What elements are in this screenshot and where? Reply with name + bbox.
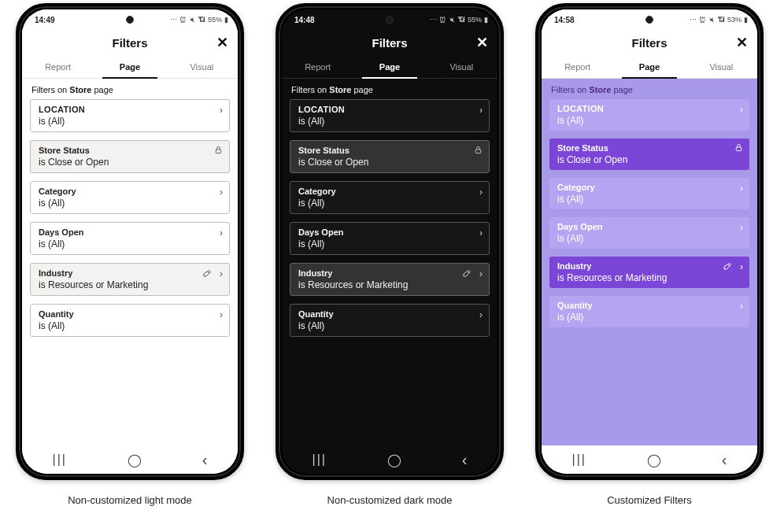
nav-recent-icon[interactable]: ||| bbox=[571, 453, 586, 467]
section-bold: Store bbox=[589, 85, 611, 94]
filter-card-icons bbox=[734, 143, 743, 152]
eraser-icon[interactable] bbox=[202, 269, 212, 279]
filter-card-icons: › bbox=[479, 187, 483, 198]
filter-card[interactable]: Quantityis (All)› bbox=[290, 304, 490, 337]
filter-card[interactable]: Days Openis (All)› bbox=[290, 222, 490, 255]
wifi-icon: 📶︎ bbox=[718, 16, 725, 24]
content: Filters on Store pageLOCATIONis (All)›St… bbox=[22, 79, 238, 445]
nav-recent-icon[interactable]: ||| bbox=[312, 453, 326, 467]
filter-tabs: ReportPageVisual bbox=[542, 55, 757, 79]
nav-home-icon[interactable]: ◯ bbox=[128, 453, 142, 467]
filter-card[interactable]: Categoryis (All)› bbox=[290, 181, 490, 214]
chevron-right-icon: › bbox=[740, 183, 743, 194]
status-time: 14:49 bbox=[35, 16, 55, 24]
filter-card[interactable]: LOCATIONis (All)› bbox=[30, 99, 230, 132]
nav-home-icon[interactable]: ◯ bbox=[387, 453, 401, 467]
tab-page[interactable]: Page bbox=[353, 55, 425, 78]
android-navbar: |||◯‹ bbox=[542, 445, 757, 474]
tab-page[interactable]: Page bbox=[613, 55, 685, 78]
mute-icon: 🔇︎ bbox=[449, 16, 456, 24]
mute-icon: 🔇︎ bbox=[189, 16, 196, 24]
filter-card[interactable]: Store Statusis Close or Open bbox=[30, 140, 230, 173]
filter-tabs: ReportPageVisual bbox=[282, 55, 497, 79]
nav-home-icon[interactable]: ◯ bbox=[647, 453, 661, 467]
filter-card-value: is Close or Open bbox=[298, 157, 483, 168]
filter-card-title: Store Status bbox=[298, 146, 483, 155]
filter-card-value: is (All) bbox=[39, 320, 223, 331]
section-suffix: page bbox=[611, 85, 633, 94]
section-label: Filters on Store page bbox=[551, 85, 748, 94]
status-time: 14:58 bbox=[554, 16, 575, 24]
filter-card-value: is (All) bbox=[298, 320, 483, 331]
mute-icon: 🔇︎ bbox=[708, 16, 716, 24]
camera-dot bbox=[386, 16, 394, 24]
tab-visual[interactable]: Visual bbox=[426, 55, 497, 78]
eraser-icon[interactable] bbox=[723, 262, 732, 272]
filter-card-value: is Resources or Marketing bbox=[298, 279, 483, 290]
tab-report[interactable]: Report bbox=[542, 55, 613, 78]
filter-card-value: is (All) bbox=[557, 233, 743, 244]
filter-card-title: Category bbox=[39, 187, 223, 196]
filter-card-icons: › bbox=[740, 183, 743, 194]
filter-card-title: Quantity bbox=[298, 309, 483, 319]
filter-card-title: Category bbox=[557, 183, 743, 192]
status-time: 14:48 bbox=[294, 16, 315, 24]
filter-card[interactable]: Quantityis (All)› bbox=[549, 296, 749, 327]
filter-card-value: is (All) bbox=[39, 238, 223, 249]
close-icon[interactable]: ✕ bbox=[736, 35, 748, 50]
nav-back-icon[interactable]: ‹ bbox=[462, 451, 468, 469]
nav-back-icon[interactable]: ‹ bbox=[202, 451, 208, 469]
battery-icon: ▮ bbox=[484, 16, 488, 24]
nav-back-icon[interactable]: ‹ bbox=[722, 451, 727, 469]
filter-card[interactable]: Store Statusis Close or Open bbox=[290, 140, 490, 173]
close-icon[interactable]: ✕ bbox=[476, 35, 488, 50]
filter-card[interactable]: Industryis Resources or Marketing› bbox=[30, 263, 230, 296]
lock-icon bbox=[474, 146, 483, 154]
filter-card[interactable]: Days Openis (All)› bbox=[30, 222, 230, 255]
lock-icon bbox=[734, 143, 743, 152]
chevron-right-icon: › bbox=[479, 227, 483, 238]
section-prefix: Filters on bbox=[291, 85, 329, 94]
filter-card-title: Industry bbox=[39, 268, 223, 278]
chevron-right-icon: › bbox=[479, 187, 483, 198]
android-navbar: |||◯‹ bbox=[282, 445, 497, 474]
filter-card-icons: › bbox=[740, 301, 743, 312]
close-icon[interactable]: ✕ bbox=[216, 35, 228, 50]
signal-icon: ⋯ bbox=[690, 16, 697, 24]
lock-icon bbox=[214, 146, 223, 154]
eraser-icon[interactable] bbox=[462, 269, 472, 279]
tab-page[interactable]: Page bbox=[94, 55, 165, 78]
signal-icon: ⋯ bbox=[170, 16, 177, 24]
filter-card[interactable]: LOCATIONis (All)› bbox=[290, 99, 490, 132]
filter-card-title: Industry bbox=[298, 268, 483, 278]
filter-card[interactable]: Categoryis (All)› bbox=[549, 178, 749, 209]
filter-card-icons: › bbox=[740, 222, 743, 233]
filter-card-value: is Resources or Marketing bbox=[39, 279, 223, 290]
filter-card-value: is (All) bbox=[298, 198, 483, 209]
tab-report[interactable]: Report bbox=[282, 55, 353, 78]
tab-visual[interactable]: Visual bbox=[166, 55, 238, 78]
filter-card[interactable]: Industryis Resources or Marketing› bbox=[290, 263, 490, 296]
filter-card[interactable]: Store Statusis Close or Open bbox=[549, 139, 749, 170]
battery-icon: ▮ bbox=[744, 16, 748, 24]
filter-card[interactable]: Quantityis (All)› bbox=[30, 304, 230, 337]
filter-card-value: is (All) bbox=[557, 115, 743, 126]
titlebar: Filters✕ bbox=[282, 30, 497, 55]
section-label: Filters on Store page bbox=[31, 85, 228, 94]
camera-dot bbox=[126, 16, 134, 24]
filter-card[interactable]: Days Openis (All)› bbox=[549, 217, 749, 249]
filter-card-icons: › bbox=[220, 187, 223, 198]
tab-visual[interactable]: Visual bbox=[686, 55, 757, 78]
filter-card[interactable]: Categoryis (All)› bbox=[30, 181, 230, 214]
alarm-icon: ⏰︎ bbox=[439, 16, 446, 24]
filter-card[interactable]: Industryis Resources or Marketing› bbox=[549, 257, 749, 288]
filter-card-value: is Close or Open bbox=[557, 154, 743, 165]
filter-card-title: Industry bbox=[557, 261, 743, 271]
section-suffix: page bbox=[91, 85, 113, 94]
tab-report[interactable]: Report bbox=[22, 55, 94, 78]
filter-card-value: is (All) bbox=[39, 198, 223, 209]
section-prefix: Filters on bbox=[31, 85, 69, 94]
filter-card[interactable]: LOCATIONis (All)› bbox=[549, 99, 749, 131]
nav-recent-icon[interactable]: ||| bbox=[52, 453, 66, 467]
section-bold: Store bbox=[329, 85, 351, 94]
